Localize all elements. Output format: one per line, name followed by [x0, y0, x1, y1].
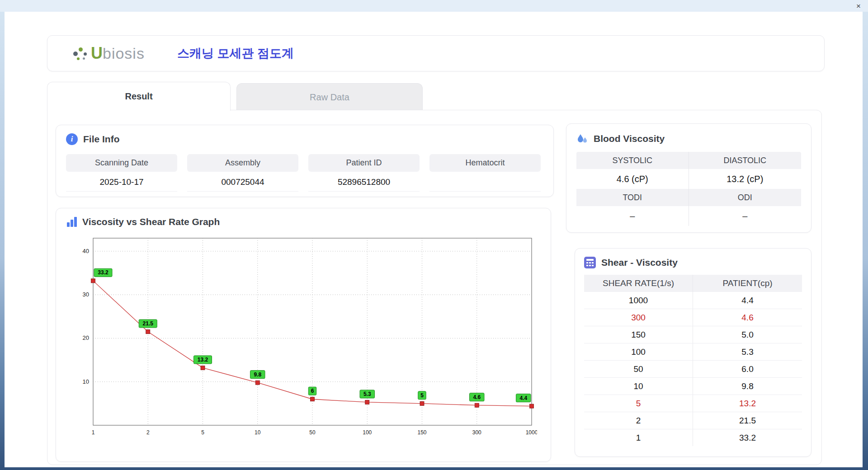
file-info-field: Scanning Date2025-10-17 [66, 154, 177, 192]
logo-dots-icon [71, 44, 90, 63]
table-row: 506.0 [584, 361, 802, 378]
shear-viscosity-title: Shear - Viscosity [601, 257, 678, 268]
svg-text:21.5: 21.5 [143, 320, 154, 327]
svg-text:6: 6 [311, 388, 314, 394]
svg-text:5: 5 [201, 429, 204, 436]
field-value [429, 172, 541, 192]
shear-table-body: 10004.43004.61505.01005.3506.0109.8513.2… [584, 292, 802, 446]
diastolic-label: DIASTOLIC [689, 152, 802, 169]
blood-viscosity-grid: SYSTOLIC DIASTOLIC 4.6 (cP) 13.2 (cP) TO… [576, 152, 801, 226]
odi-label: ODI [689, 189, 802, 206]
blood-viscosity-title: Blood Viscosity [594, 133, 665, 144]
patient-column-header: PATIENT(cp) [693, 275, 802, 292]
header-card: U biosis 스캐닝 모세관 점도계 [47, 35, 825, 71]
svg-text:150: 150 [417, 429, 426, 436]
todi-value: – [576, 206, 689, 226]
svg-text:20: 20 [83, 334, 89, 341]
field-value: 000725044 [187, 172, 298, 192]
diastolic-value: 13.2 (cP) [689, 169, 802, 189]
info-icon: i [66, 133, 78, 145]
shear-table-header: SHEAR RATE(1/s) PATIENT(cp) [584, 275, 802, 292]
table-row: 513.2 [584, 395, 802, 412]
patient-viscosity-cell: 4.6 [693, 309, 802, 326]
systolic-value: 4.6 (cP) [576, 169, 689, 189]
svg-text:10: 10 [83, 378, 89, 385]
file-info-field: Assembly000725044 [187, 154, 298, 192]
shear-viscosity-table: SHEAR RATE(1/s) PATIENT(cp) 10004.43004.… [584, 275, 802, 446]
patient-viscosity-cell: 4.4 [693, 292, 802, 309]
svg-text:2: 2 [146, 429, 150, 436]
field-value: 2025-10-17 [66, 172, 177, 192]
droplet-icon [576, 133, 588, 145]
svg-text:1: 1 [92, 429, 95, 436]
shear-viscosity-card: Shear - Viscosity SHEAR RATE(1/s) PATIEN… [575, 248, 811, 457]
viscosity-chart-container: 102030401251050100150300100033.221.513.2… [67, 231, 540, 444]
shear-rate-cell: 1000 [584, 292, 693, 309]
svg-text:40: 40 [83, 248, 89, 254]
table-row: 3004.6 [584, 309, 802, 326]
svg-text:4.6: 4.6 [473, 394, 481, 400]
logo-text-u: U [91, 44, 103, 63]
svg-text:9.8: 9.8 [254, 371, 261, 378]
table-row: 133.2 [584, 429, 802, 446]
svg-text:50: 50 [309, 429, 316, 436]
viscosity-vs-shear-rate-chart: 102030401251050100150300100033.221.513.2… [67, 231, 537, 442]
field-value: 52896512800 [308, 172, 420, 192]
svg-text:5.3: 5.3 [363, 391, 371, 397]
patient-viscosity-cell: 21.5 [693, 412, 802, 429]
file-info-field: Hematocrit [429, 154, 541, 192]
file-info-fields: Scanning Date2025-10-17Assembly000725044… [66, 154, 543, 192]
svg-text:30: 30 [83, 291, 89, 298]
table-row: 1505.0 [584, 326, 802, 343]
table-row: 221.5 [584, 412, 802, 429]
graph-title-row: Viscosity vs Shear Rate Graph [67, 216, 540, 227]
svg-text:13.2: 13.2 [198, 357, 208, 363]
shear-rate-cell: 10 [584, 378, 693, 395]
patient-viscosity-cell: 5.0 [693, 326, 802, 343]
logo-text-rest: biosis [103, 45, 145, 62]
blood-viscosity-title-row: Blood Viscosity [576, 133, 801, 145]
patient-viscosity-cell: 13.2 [693, 395, 802, 412]
tab-result[interactable]: Result [47, 82, 231, 111]
file-info-title: File Info [83, 134, 120, 145]
patient-viscosity-cell: 9.8 [693, 378, 802, 395]
field-label: Patient ID [308, 154, 420, 172]
patient-viscosity-cell: 33.2 [693, 429, 802, 446]
shear-rate-column-header: SHEAR RATE(1/s) [584, 275, 693, 292]
os-titlebar: × [0, 0, 868, 12]
svg-text:100: 100 [363, 429, 372, 436]
bar-chart-icon [67, 217, 77, 227]
field-label: Scanning Date [66, 154, 177, 172]
patient-viscosity-cell: 6.0 [693, 361, 802, 377]
close-icon[interactable]: × [856, 2, 861, 10]
svg-text:300: 300 [472, 429, 481, 436]
shear-rate-cell: 2 [584, 412, 693, 429]
svg-text:1000: 1000 [526, 429, 537, 436]
shear-rate-cell: 300 [584, 309, 693, 326]
shear-rate-cell: 50 [584, 361, 693, 377]
calculator-icon [584, 257, 596, 268]
shear-viscosity-title-row: Shear - Viscosity [584, 257, 802, 268]
graph-title: Viscosity vs Shear Rate Graph [82, 216, 220, 227]
svg-text:4.4: 4.4 [519, 395, 527, 401]
shear-rate-cell: 5 [584, 395, 693, 412]
table-row: 1005.3 [584, 343, 802, 361]
systolic-label: SYSTOLIC [576, 152, 689, 169]
svg-text:33.2: 33.2 [98, 269, 108, 276]
table-row: 10004.4 [584, 292, 802, 309]
ubiosis-logo: U biosis [71, 44, 145, 63]
shear-rate-cell: 150 [584, 326, 693, 343]
page-title: 스캐닝 모세관 점도계 [177, 45, 294, 61]
svg-text:10: 10 [255, 429, 261, 436]
shear-rate-cell: 100 [584, 343, 693, 360]
tab-raw-data[interactable]: Raw Data [236, 83, 423, 111]
main-panel: i File Info Scanning Date2025-10-17Assem… [47, 110, 822, 465]
file-info-title-row: i File Info [66, 133, 543, 145]
blood-viscosity-card: Blood Viscosity SYSTOLIC DIASTOLIC 4.6 (… [566, 123, 811, 233]
odi-value: – [689, 206, 802, 226]
svg-text:5: 5 [420, 392, 424, 399]
file-info-field: Patient ID52896512800 [308, 154, 420, 192]
file-info-card: i File Info Scanning Date2025-10-17Assem… [56, 125, 554, 197]
patient-viscosity-cell: 5.3 [693, 343, 802, 360]
graph-card: Viscosity vs Shear Rate Graph 1020304012… [56, 208, 551, 462]
